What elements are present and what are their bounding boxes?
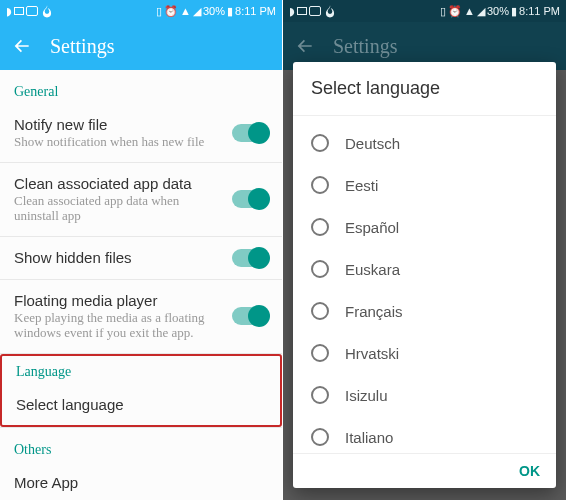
row-title: Notify new file — [14, 116, 222, 133]
status-bar: ◗ ▯ ⏰ ▲ ◢ 30% ▮ 8:11 PM — [283, 0, 566, 22]
back-icon[interactable] — [12, 36, 32, 56]
language-option-espanol[interactable]: Español — [311, 206, 538, 248]
flame-icon — [323, 4, 337, 18]
vibrate-icon: ▯ — [156, 5, 162, 18]
highlight-box: Language Select language — [0, 354, 282, 427]
moon-icon: ◗ — [289, 5, 295, 18]
settings-screen: ◗ ▯ ⏰ ▲ ◢ 30% ▮ 8:11 PM Settings General… — [0, 0, 283, 500]
language-option-isizulu[interactable]: Isizulu — [311, 374, 538, 416]
app-bar: Settings — [0, 22, 282, 70]
language-option-eesti[interactable]: Eesti — [311, 164, 538, 206]
toggle-hidden[interactable] — [232, 249, 268, 267]
radio-icon — [311, 134, 329, 152]
row-select-language[interactable]: Select language — [2, 384, 280, 425]
section-language: Language — [2, 356, 280, 384]
row-subtitle: Keep playing the media as a floating win… — [14, 311, 222, 341]
language-option-euskara[interactable]: Euskara — [311, 248, 538, 290]
language-option-deutsch[interactable]: Deutsch — [311, 122, 538, 164]
cast-icon — [26, 6, 38, 16]
language-option-italiano[interactable]: Italiano — [311, 416, 538, 453]
row-subtitle: Clean associated app data when uninstall… — [14, 194, 222, 224]
time-text: 8:11 PM — [519, 5, 560, 17]
flame-icon — [40, 4, 54, 18]
row-floating-player[interactable]: Floating media player Keep playing the m… — [0, 280, 282, 354]
screenshot-icon — [14, 7, 24, 15]
alarm-icon: ⏰ — [448, 5, 462, 18]
screenshot-icon — [297, 7, 307, 15]
signal-icon: ◢ — [193, 5, 201, 18]
section-others: Others — [0, 428, 282, 462]
time-text: 8:11 PM — [235, 5, 276, 17]
radio-icon — [311, 218, 329, 236]
dialog-title: Select language — [293, 62, 556, 116]
wifi-icon: ▲ — [180, 5, 191, 17]
radio-icon — [311, 176, 329, 194]
battery-icon: ▮ — [511, 5, 517, 18]
language-option-hrvatski[interactable]: Hrvatski — [311, 332, 538, 374]
signal-icon: ◢ — [477, 5, 485, 18]
radio-icon — [311, 386, 329, 404]
vibrate-icon: ▯ — [440, 5, 446, 18]
row-title: Floating media player — [14, 292, 222, 309]
appbar-title: Settings — [333, 35, 397, 58]
toggle-floating[interactable] — [232, 307, 268, 325]
cast-icon — [309, 6, 321, 16]
row-notify-new-file[interactable]: Notify new file Show notification when h… — [0, 104, 282, 163]
language-option-francais[interactable]: Français — [311, 290, 538, 332]
toggle-notify[interactable] — [232, 124, 268, 142]
battery-icon: ▮ — [227, 5, 233, 18]
row-clean-data[interactable]: Clean associated app data Clean associat… — [0, 163, 282, 237]
radio-icon — [311, 302, 329, 320]
settings-screen-dialog: ◗ ▯ ⏰ ▲ ◢ 30% ▮ 8:11 PM Settings G S C S… — [283, 0, 566, 500]
row-show-hidden[interactable]: Show hidden files — [0, 237, 282, 280]
appbar-title: Settings — [50, 35, 114, 58]
radio-icon — [311, 344, 329, 362]
row-title: Select language — [16, 396, 266, 413]
settings-list: General Notify new file Show notificatio… — [0, 70, 282, 500]
row-more-app[interactable]: More App — [0, 462, 282, 500]
radio-icon — [311, 428, 329, 446]
dialog-actions: OK — [293, 453, 556, 488]
section-general: General — [0, 70, 282, 104]
wifi-icon: ▲ — [464, 5, 475, 17]
ok-button[interactable]: OK — [519, 463, 540, 479]
toggle-clean[interactable] — [232, 190, 268, 208]
select-language-dialog: Select language Deutsch Eesti Español Eu… — [293, 62, 556, 488]
moon-icon: ◗ — [6, 5, 12, 18]
battery-text: 30% — [203, 5, 225, 17]
row-subtitle: Show notification when has new file — [14, 135, 222, 150]
alarm-icon: ⏰ — [164, 5, 178, 18]
row-title: More App — [14, 474, 268, 491]
language-options-list: Deutsch Eesti Español Euskara Français H… — [293, 116, 556, 453]
row-title: Show hidden files — [14, 249, 222, 266]
status-bar: ◗ ▯ ⏰ ▲ ◢ 30% ▮ 8:11 PM — [0, 0, 282, 22]
row-title: Clean associated app data — [14, 175, 222, 192]
back-icon — [295, 36, 315, 56]
radio-icon — [311, 260, 329, 278]
battery-text: 30% — [487, 5, 509, 17]
